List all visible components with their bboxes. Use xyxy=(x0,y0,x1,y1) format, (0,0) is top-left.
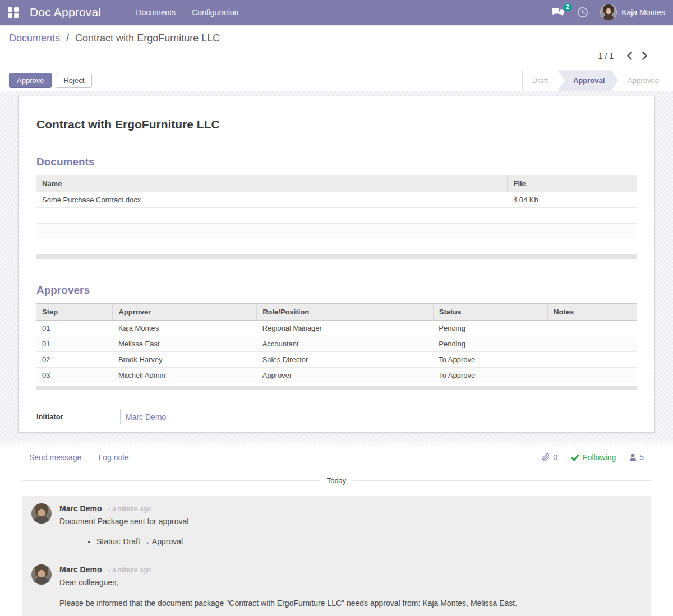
approver-row[interactable]: 01 Melissa East Accountant Pending xyxy=(36,336,637,352)
message-paragraph: Please be informed that the document pac… xyxy=(59,598,517,609)
documents-col-name[interactable]: Name xyxy=(36,175,508,192)
message-author[interactable]: Marc Demo xyxy=(59,565,102,574)
approver-name-cell: Melissa East xyxy=(113,336,257,352)
chatter: Send message Log note 0 Following xyxy=(0,441,673,614)
chatter-toolbar: Send message Log note 0 Following xyxy=(22,441,651,471)
apps-menu-icon[interactable] xyxy=(8,7,19,18)
message-author[interactable]: Marc Demo xyxy=(59,504,102,513)
app-title[interactable]: Doc Approval xyxy=(30,6,101,19)
reject-button[interactable]: Reject xyxy=(56,73,92,88)
message-timestamp: - a minute ago xyxy=(108,505,151,513)
approvers-table-header: Step Approver Role/Position Status Notes xyxy=(36,304,637,321)
approvers-table: Step Approver Role/Position Status Notes… xyxy=(36,303,637,383)
status-step-approved[interactable]: Approved xyxy=(618,70,669,91)
status-change-item: Status: Draft → Approval xyxy=(96,536,188,547)
documents-section-heading: Documents xyxy=(36,156,637,168)
message-content: Marc Demo - a minute ago Document Packag… xyxy=(59,503,188,548)
documents-table: Name File Some Purchase Contract.docx 4.… xyxy=(36,175,637,239)
following-button[interactable]: Following xyxy=(571,453,616,462)
status-step-draft[interactable]: Draft xyxy=(523,70,557,91)
approve-button[interactable]: Approve xyxy=(9,73,52,88)
form-view-background: Contract with ErgoFurniture LLC Document… xyxy=(0,91,673,441)
documents-table-scrollbar[interactable] xyxy=(36,254,637,259)
approver-role-cell: Sales Director xyxy=(257,352,434,368)
clock-icon xyxy=(577,6,589,18)
approver-notes-cell xyxy=(548,352,637,368)
initiator-value-link[interactable]: Marc Demo xyxy=(126,413,166,422)
approvers-col-role[interactable]: Role/Position xyxy=(257,304,434,321)
message: Marc Demo - a minute ago Document Packag… xyxy=(22,496,651,557)
approver-notes-cell xyxy=(548,336,637,352)
document-row[interactable]: Some Purchase Contract.docx 4.04 Kb xyxy=(36,192,637,208)
pager-next-icon[interactable] xyxy=(640,50,649,62)
approver-status-cell: Pending xyxy=(433,321,547,336)
activities-button[interactable] xyxy=(577,6,589,18)
message-thread: Marc Demo - a minute ago Document Packag… xyxy=(22,496,651,616)
approver-step-cell: 02 xyxy=(36,352,113,368)
empty-row xyxy=(36,224,637,239)
statusbar: Draft Approval Approved xyxy=(522,70,673,91)
approvers-col-step[interactable]: Step xyxy=(36,304,113,321)
attachments-button[interactable]: 0 xyxy=(542,453,557,462)
message-content: Marc Demo - a minute ago Dear colleagues… xyxy=(59,564,517,616)
messages-button[interactable]: 2 xyxy=(551,7,565,18)
approver-step-cell: 01 xyxy=(36,336,113,352)
approvers-col-notes[interactable]: Notes xyxy=(548,304,637,321)
followers-button[interactable]: 5 xyxy=(629,453,644,462)
top-navbar: Doc Approval Documents Configuration 2 K xyxy=(0,0,673,25)
pager-value: 1 / 1 xyxy=(598,52,614,61)
message-tracking-list: Status: Draft → Approval xyxy=(65,536,188,547)
empty-row xyxy=(36,208,637,224)
pager: 1 / 1 xyxy=(9,44,664,68)
approvers-section-heading: Approvers xyxy=(36,284,637,297)
documents-section: Documents Name File Some Purchase Contra… xyxy=(36,156,637,259)
pager-previous-icon[interactable] xyxy=(625,50,634,62)
approver-status-cell: To Approve xyxy=(433,352,547,368)
approver-status-cell: To Approve xyxy=(433,368,547,383)
message: Marc Demo - a minute ago Dear colleagues… xyxy=(22,557,651,616)
approver-status-cell: Pending xyxy=(433,336,547,352)
form-sheet: Contract with ErgoFurniture LLC Document… xyxy=(18,96,655,433)
approver-step-cell: 03 xyxy=(36,368,113,383)
breadcrumb-documents-link[interactable]: Documents xyxy=(9,33,60,44)
approver-role-cell: Regional Manager xyxy=(257,321,434,336)
user-avatar xyxy=(600,4,617,21)
nav-menu-configuration[interactable]: Configuration xyxy=(192,8,238,17)
check-icon xyxy=(571,454,579,461)
approver-name-cell: Brook Harvey xyxy=(113,352,257,368)
approver-name-cell: Mitchell Admin xyxy=(113,368,257,383)
nav-menu-documents[interactable]: Documents xyxy=(136,8,176,17)
message-author-avatar[interactable] xyxy=(31,503,52,524)
message-header: Marc Demo - a minute ago xyxy=(59,503,188,514)
approver-role-cell: Accountant xyxy=(257,336,434,352)
field-separator xyxy=(120,409,121,424)
navbar-right: 2 Kaja Montes xyxy=(551,4,665,21)
followers-count: 5 xyxy=(639,453,644,462)
approver-notes-cell xyxy=(548,368,637,383)
initiator-label: Initiator xyxy=(36,413,120,421)
person-icon xyxy=(629,453,637,461)
message-author-avatar[interactable] xyxy=(31,564,52,585)
message-body: Document Package sent for approval xyxy=(59,516,188,527)
documents-col-file[interactable]: File xyxy=(508,175,637,192)
log-note-button[interactable]: Log note xyxy=(98,453,129,462)
approver-row[interactable]: 03 Mitchell Admin Approver To Approve xyxy=(36,368,637,383)
approvers-col-status[interactable]: Status xyxy=(433,304,547,321)
status-step-approval[interactable]: Approval xyxy=(557,70,618,91)
control-bar: Approve Reject Draft Approval Approved xyxy=(0,70,673,91)
action-buttons: Approve Reject xyxy=(0,70,522,91)
approver-notes-cell xyxy=(548,321,637,336)
messages-count-badge: 2 xyxy=(564,3,573,11)
message-timestamp: - a minute ago xyxy=(108,566,151,574)
approver-row[interactable]: 02 Brook Harvey Sales Director To Approv… xyxy=(36,352,637,368)
approvers-table-scrollbar[interactable] xyxy=(36,386,637,390)
approvers-section: Approvers Step Approver Role/Position St… xyxy=(36,284,637,390)
send-message-button[interactable]: Send message xyxy=(29,453,81,462)
record-title: Contract with ErgoFurniture LLC xyxy=(36,118,637,131)
breadcrumb-current: Contract with ErgoFurniture LLC xyxy=(75,33,220,44)
user-menu[interactable]: Kaja Montes xyxy=(600,4,665,21)
approver-step-cell: 01 xyxy=(36,321,113,336)
documents-table-header: Name File xyxy=(36,175,637,192)
approvers-col-approver[interactable]: Approver xyxy=(113,304,257,321)
approver-row[interactable]: 01 Kaja Montes Regional Manager Pending xyxy=(36,321,637,336)
